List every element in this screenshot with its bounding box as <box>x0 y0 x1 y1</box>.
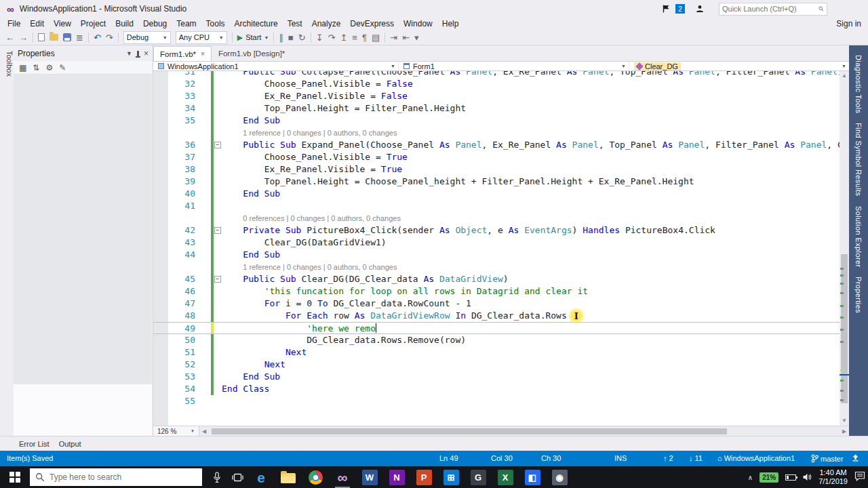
menu-file[interactable]: File <box>3 18 25 29</box>
commits-behind[interactable]: ↓ 11 <box>689 454 703 462</box>
collapse-region-icon[interactable]: − <box>214 227 221 234</box>
taskbar-file-explorer-icon[interactable] <box>280 466 296 488</box>
code-row[interactable]: 45− Public Sub Clear_DG(DG_Clear_data As… <box>153 273 840 285</box>
scroll-right-icon[interactable]: ▶ <box>840 426 849 436</box>
tab-error-list[interactable]: Error List <box>19 440 50 448</box>
menu-window[interactable]: Window <box>399 18 437 29</box>
comment-icon[interactable]: ¶ <box>362 33 367 42</box>
zoom-dropdown[interactable]: 126 %▼ <box>153 426 199 436</box>
publish-button[interactable] <box>852 454 859 462</box>
code-row[interactable]: 47 For i = 0 To DG_Clear_data.RowCount -… <box>153 298 840 310</box>
codelens-row[interactable]: 1 reference | 0 changes | 0 authors, 0 c… <box>153 261 840 273</box>
code-row[interactable]: 53 End Sub <box>153 371 840 383</box>
scrollbar-thumb[interactable] <box>212 428 727 434</box>
alphabetical-icon[interactable]: ⇅ <box>33 63 39 73</box>
start-debugging-button[interactable]: ▶ Start ▼ <box>237 33 269 42</box>
pin-icon[interactable] <box>137 51 139 56</box>
menu-architecture[interactable]: Architecture <box>230 18 283 29</box>
redo-icon[interactable]: ↷ <box>106 33 113 42</box>
commits-ahead[interactable]: ↑ 2 <box>663 454 673 462</box>
new-file-icon[interactable] <box>38 33 45 41</box>
menu-analyze[interactable]: Analyze <box>307 18 346 29</box>
project-dropdown[interactable]: WindowsApplication1 ▼ <box>153 62 399 70</box>
bookmark-icon[interactable]: ▤ <box>372 33 380 42</box>
taskbar-microsoft-edge-icon[interactable]: e <box>253 466 269 488</box>
menu-view[interactable]: View <box>49 18 76 29</box>
restart-icon[interactable]: ↻ <box>298 33 306 42</box>
member-dropdown[interactable]: Clear_DG ▼ <box>629 62 849 70</box>
close-icon[interactable]: × <box>144 49 149 58</box>
battery-icon[interactable] <box>785 474 796 481</box>
navigate-back-icon[interactable]: ← <box>5 33 14 42</box>
events-icon[interactable]: ✎ <box>59 63 66 73</box>
menu-tools[interactable]: Tools <box>201 18 230 29</box>
collapse-region-icon[interactable]: − <box>214 142 221 148</box>
navigate-forward-icon[interactable]: → <box>19 33 28 42</box>
code-row[interactable]: 54End Class <box>153 383 840 395</box>
taskbar-visual-studio-icon[interactable]: ∞ <box>334 466 351 488</box>
collapse-region-icon[interactable]: − <box>214 276 221 283</box>
break-all-icon[interactable]: ∥ <box>279 33 283 42</box>
menu-help[interactable]: Help <box>437 18 464 29</box>
step-over-icon[interactable]: ↷ <box>328 33 336 42</box>
save-all-icon[interactable]: ≣ <box>76 33 83 42</box>
horizontal-scrollbar[interactable]: ◀ ▶ <box>199 426 849 436</box>
toolbar-options-icon[interactable]: ▾ <box>414 33 419 42</box>
taskbar-github-desktop-icon[interactable]: G <box>470 466 486 488</box>
task-view-icon[interactable] <box>232 472 243 483</box>
find-in-files-icon[interactable]: ≡ <box>352 33 357 42</box>
dock-tab-properties[interactable]: Properties <box>854 277 863 313</box>
type-dropdown[interactable]: Form1 ▼ <box>399 62 629 70</box>
taskbar-google-chrome-icon[interactable] <box>307 466 323 488</box>
taskbar-search-input[interactable] <box>50 472 197 482</box>
scroll-down-icon[interactable]: ▼ <box>840 416 849 426</box>
categorized-icon[interactable]: ▦ <box>19 63 26 73</box>
taskbar-onenote-icon[interactable]: N <box>389 466 405 488</box>
menu-edit[interactable]: Edit <box>25 18 49 29</box>
cortana-mic-icon[interactable] <box>213 472 221 483</box>
code-row[interactable]: 46 'this funcation for loop on all rows … <box>153 285 840 298</box>
properties-panel-header[interactable]: Properties ▼ × <box>14 45 153 61</box>
code-row[interactable]: 52 Next <box>153 359 840 371</box>
menu-devexpress[interactable]: DevExpress <box>345 18 399 29</box>
dock-tab-toolbox[interactable]: Toolbox <box>0 51 14 77</box>
code-row[interactable]: 42− Private Sub PictureBox4_Click(sender… <box>153 224 840 237</box>
volume-icon[interactable] <box>803 473 812 481</box>
taskbar-clock[interactable]: 1:40 AM 7/1/2019 <box>818 468 848 486</box>
taskbar-camera-icon[interactable]: ◉ <box>551 466 568 488</box>
code-viewport[interactable]: 31 Public Sub Collapse_Panel(Choose_Pane… <box>153 71 840 426</box>
codelens-row[interactable]: 1 reference | 0 changes | 0 authors, 0 c… <box>153 127 840 139</box>
property-pages-icon[interactable]: ⚙ <box>45 63 53 73</box>
vertical-scrollbar[interactable]: ▲ ▼ <box>840 71 849 426</box>
stop-debugging-icon[interactable]: ■ <box>288 33 294 42</box>
show-hidden-icons-chevron[interactable]: ∧ <box>748 474 753 481</box>
save-icon[interactable] <box>63 33 71 41</box>
taskbar-microsoft-store-icon[interactable]: ⊞ <box>443 466 459 488</box>
tab-form1-vb-design[interactable]: Form1.vb [Design]* <box>212 46 291 61</box>
code-row[interactable]: 31 Public Sub Collapse_Panel(Choose_Pane… <box>153 71 840 78</box>
code-row[interactable]: 35 End Sub <box>153 115 840 127</box>
solution-configurations-dropdown[interactable]: Debug▼ <box>123 31 171 44</box>
taskbar-microsoft-word-icon[interactable]: W <box>361 466 378 488</box>
code-row[interactable]: 39 Top_Panel.Height = Choose_Panel_heigh… <box>153 176 840 188</box>
code-row[interactable]: 49 'here we remo <box>153 322 840 334</box>
taskbar-search-box[interactable] <box>30 468 202 486</box>
notification-count-badge[interactable]: 2 <box>675 4 685 14</box>
code-row[interactable]: 48 For Each row As DataGridViewRow In DG… <box>153 310 840 322</box>
code-row[interactable]: 36− Public Sub Expand_Panel(Choose_Panel… <box>153 139 840 151</box>
solution-platforms-dropdown[interactable]: Any CPU▼ <box>176 31 227 44</box>
open-file-icon[interactable] <box>50 34 58 41</box>
code-row[interactable]: 55 <box>153 395 840 407</box>
close-icon[interactable]: × <box>201 50 205 58</box>
tab-form1-vb[interactable]: Form1.vb*× <box>153 46 212 61</box>
dock-tab-diagnostic-tools[interactable]: Diagnostic Tools <box>854 55 863 113</box>
taskbar-powerpoint-icon[interactable]: P <box>416 466 432 488</box>
menu-debug[interactable]: Debug <box>138 18 172 29</box>
menu-project[interactable]: Project <box>76 18 111 29</box>
undo-icon[interactable]: ↶ <box>94 33 101 42</box>
step-into-icon[interactable]: ↧ <box>316 33 323 42</box>
quick-launch-input[interactable] <box>722 5 818 13</box>
tab-output[interactable]: Output <box>59 440 81 448</box>
taskbar-photos-icon[interactable]: ◧ <box>524 466 540 488</box>
action-center-icon[interactable] <box>854 471 865 484</box>
